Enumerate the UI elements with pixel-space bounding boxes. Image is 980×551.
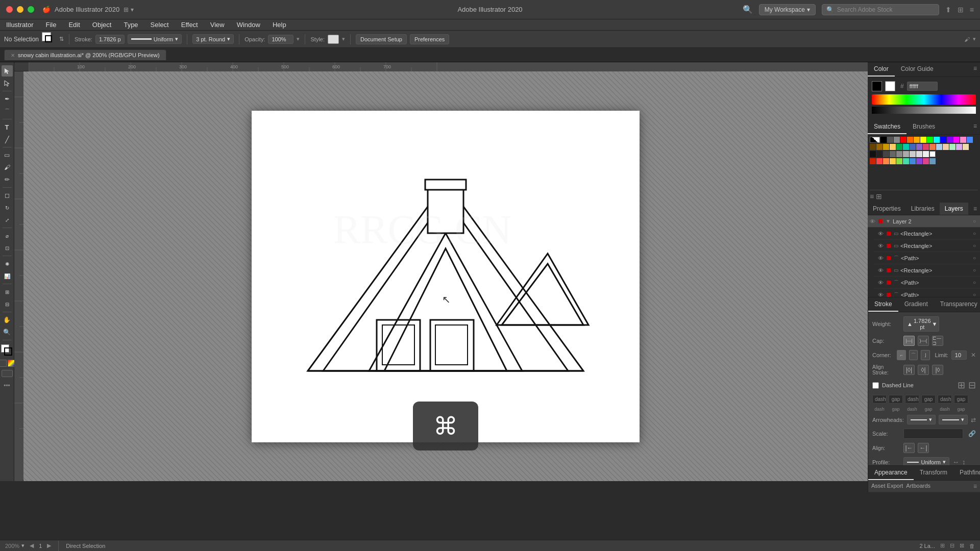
dash-input-2[interactable]: dash [905,395,919,404]
swatch-mint[interactable] [949,144,955,150]
cap-butt[interactable]: |—| [903,336,915,346]
style-preview[interactable] [328,35,339,44]
cap-round[interactable]: )—( [918,336,929,346]
swatch-brown[interactable] [870,144,876,150]
arrange-window-icon[interactable]: ⊞ [940,542,945,549]
swatch-aqua[interactable] [903,158,909,164]
symbol-sprayer-tool[interactable]: ✺ [2,258,13,269]
limit-close[interactable]: ✕ [971,352,976,359]
dashed-align-icon1[interactable]: ⊞ [958,380,965,391]
maximize-button[interactable] [28,6,34,13]
swatch-bright-red[interactable] [876,158,883,164]
profile-flip-y[interactable]: ↕ [962,458,966,466]
swatch-near-white[interactable] [923,151,929,157]
swatch-peach[interactable] [943,144,949,150]
layer2-header[interactable]: 👁 ▼ Layer 2 ○ [868,215,980,228]
prev-page-btn[interactable]: ◀ [30,542,34,549]
swatch-dark[interactable] [883,151,889,157]
black-swatch[interactable] [872,81,882,91]
warp-tool[interactable]: ⌀ [2,230,13,241]
gap-input-2[interactable]: gap [921,395,936,404]
swatch-gray[interactable] [894,137,900,143]
swatch-orchid[interactable] [956,144,962,150]
rect3-target[interactable]: ○ [973,267,976,273]
layer-item-path2[interactable]: 👁 ⌒ <Path> ○ [874,277,980,289]
rotate-tool[interactable]: ↻ [2,202,13,213]
rect2-target[interactable]: ○ [973,243,976,248]
layer2-target[interactable]: ○ [973,218,976,224]
align-center[interactable]: |◊| [903,365,915,375]
swatch-dark-gray[interactable] [887,137,893,143]
tab-color[interactable]: Color [868,62,895,77]
canvas-area[interactable]: 100 200 300 400 500 600 700 [14,62,868,481]
color-spectrum[interactable] [872,94,976,105]
dashed-align-icon2[interactable]: ⊟ [968,380,976,391]
swatch-medium[interactable] [896,151,902,157]
stroke-size-dropdown[interactable]: 3 pt. Round ▾ [192,34,234,44]
menu-icon[interactable]: ≡ [970,6,974,14]
visibility-rect1[interactable]: 👁 [878,231,884,237]
hex-input[interactable]: ffffff [907,82,938,91]
swatch-cornflower[interactable] [910,158,916,164]
swatch-lavender[interactable] [916,144,922,150]
swatch-dark-green[interactable] [896,144,902,150]
swatch-very-light[interactable] [916,151,922,157]
stroke-type-dropdown[interactable]: Uniform ▾ [128,34,182,44]
rect1-target[interactable]: ○ [973,231,976,236]
swatch-purple[interactable] [947,137,953,143]
swatches-panel-menu[interactable]: ≡ [970,120,980,134]
menu-effect[interactable]: Effect [179,20,200,30]
next-page-btn[interactable]: ▶ [47,542,51,549]
zoom-value[interactable]: 200% [5,543,19,549]
toolbar-icons[interactable]: ⊞ ▾ [124,6,133,13]
swatch-black[interactable] [880,137,887,143]
profile-flip-x[interactable]: ↔ [952,458,959,466]
arrowhead-end[interactable]: ▾ [939,415,968,424]
swatch-hot-pink[interactable] [923,158,929,164]
artboard-tool[interactable]: ⊞ [2,286,13,297]
white-swatch[interactable] [885,81,895,91]
swap-arrowheads-icon[interactable]: ⇄ [971,416,976,423]
free-transform-tool[interactable]: ⊡ [2,242,13,254]
swatch-cream[interactable] [963,144,969,150]
dash-input-1[interactable]: dash [872,395,887,404]
swatch-near-black[interactable] [870,151,876,157]
corner-bevel[interactable]: ⌋ [921,350,929,360]
tab-color-guide[interactable]: Color Guide [895,62,940,77]
line-tool[interactable]: ╱ [2,134,13,145]
asset-export-btn[interactable]: Asset Export [871,483,903,490]
selection-tool[interactable] [2,65,13,77]
menu-edit[interactable]: Edit [66,20,82,30]
menu-select[interactable]: Select [149,20,171,30]
share-icon[interactable]: ⬆ [945,6,951,14]
layer-item-rect2[interactable]: 👁 ▭ <Rectangle> ○ [874,240,980,252]
layers-panel-menu[interactable]: ≡ [970,203,980,215]
color-panel-menu[interactable]: ≡ [970,62,980,77]
menu-illustrator[interactable]: Illustrator [4,20,35,30]
swatch-steel-blue[interactable] [929,158,936,164]
swatch-teal[interactable] [903,144,909,150]
pencil-tool[interactable]: ✏ [2,174,13,185]
tab-brushes[interactable]: Brushes [906,120,941,134]
menu-view[interactable]: View [208,20,227,30]
swatch-rose[interactable] [923,144,929,150]
tab-layers[interactable]: Layers [940,203,968,215]
fill-color-swatch[interactable] [1,344,13,357]
swatch-violet[interactable] [916,158,922,164]
tab-libraries[interactable]: Libraries [906,203,940,215]
direct-selection-tool[interactable] [2,78,13,89]
color-mode-icons[interactable] [0,360,15,367]
slice-tool[interactable]: ⊟ [2,298,13,310]
swatch-salmon[interactable] [929,144,936,150]
paintbrush-tool[interactable]: 🖌 [2,162,13,173]
swatch-amber[interactable] [914,137,920,143]
path1-target[interactable]: ○ [973,255,976,261]
delete-icon[interactable]: 🗑 [969,543,975,549]
stroke-weight-input[interactable]: 1.7826 p [95,35,125,44]
menu-type[interactable]: Type [121,20,140,30]
more-options-icon[interactable]: ⊠ [960,542,964,549]
zoom-down-arrow[interactable]: ▾ [21,542,24,549]
opacity-arrow[interactable]: ▾ [297,36,300,42]
swatch-light-gold[interactable] [890,144,896,150]
artboards-btn[interactable]: Artboards [906,483,930,490]
